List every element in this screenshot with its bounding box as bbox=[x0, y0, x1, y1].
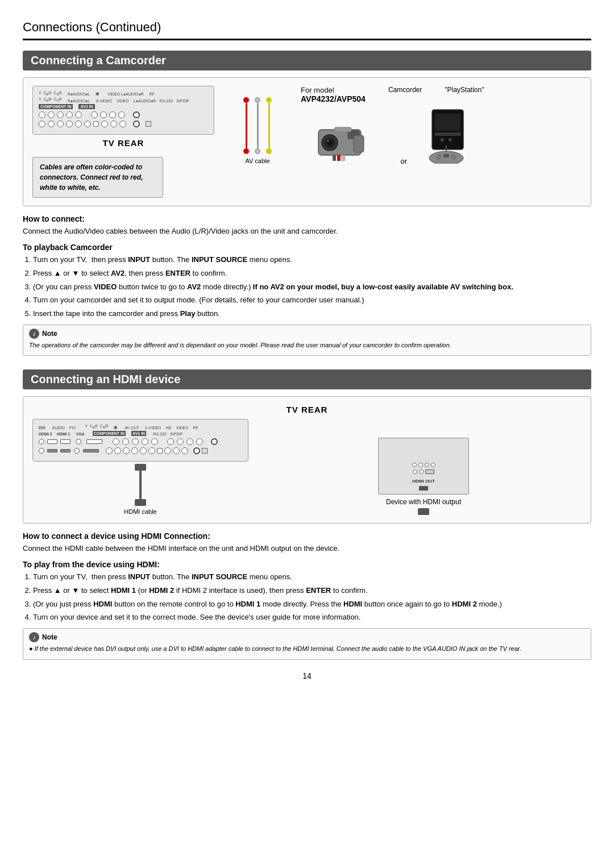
svg-point-17 bbox=[436, 154, 442, 160]
for-model-label: For model AVP4232/AVP504 bbox=[301, 86, 366, 103]
list-item: Turn on your TV, then press INPUT button… bbox=[33, 571, 591, 583]
hdmi-play-steps-list: Turn on your TV, then press INPUT button… bbox=[33, 571, 591, 624]
list-item: Press ▲ or ▼ to select HDMI 1 (or HDMI 2… bbox=[33, 585, 591, 597]
svg-point-4 bbox=[327, 140, 329, 142]
note-header: ♪ Note bbox=[29, 329, 585, 339]
hdmi-how-to-text: Connect the HDMI cable between the HDMI … bbox=[23, 543, 591, 554]
svg-point-14 bbox=[441, 138, 444, 142]
hdmi-note-label: Note bbox=[42, 633, 57, 641]
cable-area: AV cable bbox=[223, 86, 292, 164]
port-row-1 bbox=[39, 111, 208, 118]
list-item: (Or you just press HDMI button on the re… bbox=[33, 599, 591, 610]
svg-rect-19 bbox=[443, 154, 449, 157]
list-item: Turn on your camcorder and set it to out… bbox=[33, 294, 591, 306]
svg-point-18 bbox=[451, 154, 457, 160]
av-cable-lines bbox=[243, 97, 272, 154]
list-item: (Or you can press VIDEO button twice to … bbox=[33, 281, 591, 293]
list-item: Insert the tape into the camcorder and p… bbox=[33, 308, 591, 320]
hdmi-tv-panel-block: DVI AUDIO PIC Y CBR CRR ▣ AV OUT S-VIDEO… bbox=[32, 419, 248, 514]
port-row-2 bbox=[39, 121, 208, 127]
italic-note-text: Cables are often color-coded to connecto… bbox=[40, 163, 143, 192]
camcorder-label: Camcorder bbox=[388, 86, 422, 94]
hdmi-panel-labels: DVI AUDIO PIC Y CBR CRR ▣ AV OUT S-VIDEO… bbox=[39, 424, 242, 429]
italic-note-box: Cables are often color-coded to connecto… bbox=[32, 157, 163, 198]
page-title: Connections (Continued) bbox=[23, 17, 161, 35]
panel-labels2: Y CBR CRR R●AUDIO●L S-VIDEO VIDEO L●AUDI… bbox=[39, 97, 208, 102]
svg-rect-8 bbox=[333, 155, 336, 161]
hdmi-cable-line bbox=[139, 471, 142, 499]
hdmi-cable-label: HDMI cable bbox=[124, 508, 156, 515]
hdmi-diagram-box: TV REAR DVI AUDIO PIC Y CBR CRR ▣ AV OUT… bbox=[23, 396, 591, 523]
note-icon: ♪ bbox=[29, 329, 39, 339]
camcorder-label-block: Camcorder bbox=[388, 86, 422, 96]
ps-label: "PlayStation" bbox=[445, 86, 484, 94]
page-number: 14 bbox=[23, 671, 591, 680]
page-header: Connections (Continued) bbox=[23, 17, 591, 40]
note-box-2: ♪ Note ● If the external device has DVI … bbox=[23, 628, 591, 660]
title-continued: (Continued) bbox=[92, 20, 161, 34]
svg-rect-7 bbox=[334, 127, 351, 132]
hdmi-tv-back-panel: DVI AUDIO PIC Y CBR CRR ▣ AV OUT S-VIDEO… bbox=[32, 419, 248, 461]
hdmi-port-row-1 bbox=[39, 438, 242, 445]
playback-title: To playback Camcorder bbox=[23, 243, 591, 252]
ps-label-block: "PlayStation" bbox=[445, 86, 484, 94]
hdmi-port-row-2 bbox=[39, 447, 242, 454]
or-label: or bbox=[400, 157, 407, 165]
hdmi-tv-rear-label: TV REAR bbox=[32, 405, 582, 414]
av-cable-label: AV cable bbox=[245, 157, 269, 164]
hdmi-device-box: HDMI OUT bbox=[378, 438, 469, 495]
camcorder-image bbox=[313, 118, 387, 165]
for-model-block: For model AVP4232/AVP504 bbox=[301, 86, 366, 103]
hdmi-connector-bottom bbox=[135, 499, 146, 506]
note-label: Note bbox=[42, 330, 57, 338]
hdmi-note-icon: ♪ bbox=[29, 632, 39, 642]
for-model-text: For model bbox=[301, 86, 366, 94]
hdmi-note-header: ♪ Note bbox=[29, 632, 585, 642]
tv-panel-area: Y CBR CRR R●AUDIO●L ▣ VIDEO L●AUDIO●R RF… bbox=[32, 86, 214, 198]
svg-point-15 bbox=[449, 138, 452, 142]
hdmi-device-label: Device with HDMI output bbox=[386, 498, 461, 506]
section1-title: Connecting a Camcorder bbox=[31, 54, 166, 67]
list-item: Press ▲ or ▼ to select AV2, then press E… bbox=[33, 268, 591, 280]
how-to-connect-section: How to connect: Connect the Audio/Video … bbox=[23, 214, 591, 356]
panel-labels: Y CBR CRR R●AUDIO●L ▣ VIDEO L●AUDIO●R RF bbox=[39, 91, 208, 96]
svg-rect-12 bbox=[435, 114, 460, 131]
list-item: Turn on your TV, then press INPUT button… bbox=[33, 254, 591, 266]
how-to-connect-title: How to connect: bbox=[23, 214, 591, 223]
hdmi-device-area: HDMI OUT Device with HDMI output bbox=[265, 438, 582, 515]
section2-header: Connecting an HDMI device bbox=[23, 369, 591, 389]
svg-rect-10 bbox=[342, 155, 345, 161]
hdmi-connector-top bbox=[135, 464, 146, 471]
hdmi-panel-labels2: HDMI 2 HDMI 1 VGA COMPONENT IN AV1 IN RS… bbox=[39, 431, 242, 436]
hdmi-how-to-title: How to connect a device using HDMI Conne… bbox=[23, 531, 591, 541]
playstation-image bbox=[421, 107, 472, 165]
devices-right-col: For model AVP4232/AVP504 Camcorder "Play… bbox=[301, 86, 484, 165]
svg-rect-9 bbox=[337, 155, 341, 161]
tv-back-panel: Y CBR CRR R●AUDIO●L ▣ VIDEO L●AUDIO●R RF… bbox=[32, 86, 214, 135]
hdmi-note-text: ● If the external device has DVI output … bbox=[29, 644, 585, 654]
how-to-connect-text: Connect the Audio/Video cables between t… bbox=[23, 226, 591, 237]
hdmi-how-to-section: How to connect a device using HDMI Conne… bbox=[23, 531, 591, 660]
or-label-block: or bbox=[400, 157, 407, 165]
model-numbers: AVP4232/AVP504 bbox=[301, 94, 366, 103]
note-text-1: The operations of the camcorder may be d… bbox=[29, 340, 585, 350]
svg-rect-6 bbox=[354, 135, 364, 152]
list-item: Turn on your device and set it to the co… bbox=[33, 612, 591, 624]
svg-rect-13 bbox=[435, 133, 460, 135]
camcorder-diagram-box: Y CBR CRR R●AUDIO●L ▣ VIDEO L●AUDIO●R RF… bbox=[23, 77, 591, 206]
hdmi-diagram-inner: DVI AUDIO PIC Y CBR CRR ▣ AV OUT S-VIDEO… bbox=[32, 419, 582, 514]
hdmi-play-title: To play from the device using HDMI: bbox=[23, 560, 591, 569]
hdmi-device-connector bbox=[418, 508, 429, 515]
title-connections: Connections bbox=[23, 20, 92, 34]
section2-title: Connecting an HDMI device bbox=[31, 373, 180, 385]
playback-steps-list: Turn on your TV, then press INPUT button… bbox=[33, 254, 591, 320]
tv-rear-label: TV REAR bbox=[32, 138, 214, 148]
section1-header: Connecting a Camcorder bbox=[23, 51, 591, 70]
note-box-1: ♪ Note The operations of the camcorder m… bbox=[23, 325, 591, 356]
